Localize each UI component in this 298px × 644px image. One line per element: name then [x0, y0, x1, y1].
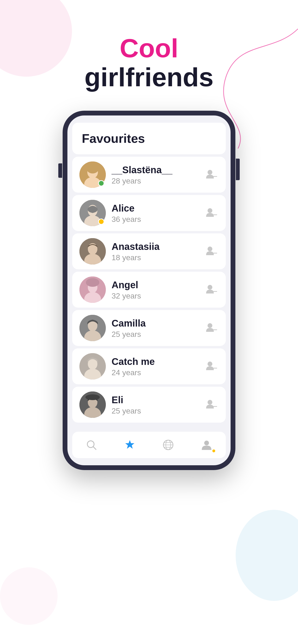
avatar-container	[79, 276, 106, 303]
svg-rect-26	[213, 330, 217, 330]
list-item[interactable]: Angel 32 years	[72, 272, 226, 308]
svg-rect-5	[213, 176, 217, 177]
user-age: 25 years	[112, 406, 198, 416]
remove-button[interactable]	[204, 206, 219, 220]
profile-icon	[201, 439, 213, 451]
avatar	[79, 392, 106, 418]
list-item[interactable]: Eli 25 years	[72, 387, 226, 422]
bottom-nav	[72, 432, 226, 458]
svg-point-25	[208, 323, 212, 328]
user-info: Eli 25 years	[112, 394, 198, 416]
svg-rect-10	[213, 214, 217, 215]
header-girlfriends-text: girlfriends	[0, 62, 298, 92]
avatar	[79, 238, 106, 264]
remove-button[interactable]	[204, 168, 219, 182]
user-age: 32 years	[112, 292, 198, 300]
globe-icon	[162, 439, 174, 451]
status-dot-online	[98, 180, 104, 186]
remove-button[interactable]	[204, 321, 219, 335]
user-name: Anastasiia	[112, 241, 198, 252]
blob-bottom-right	[236, 510, 298, 601]
blob-bottom-left	[0, 567, 58, 625]
avatar-container	[79, 238, 106, 264]
remove-button[interactable]	[204, 359, 219, 374]
svg-point-12	[88, 243, 97, 255]
nav-profile[interactable]	[197, 436, 216, 453]
svg-rect-15	[213, 253, 217, 254]
svg-line-39	[93, 446, 96, 450]
user-info: Alice 36 years	[112, 202, 198, 224]
avatar	[79, 315, 106, 341]
user-list: __Slastëna__ 28 years	[67, 157, 231, 429]
user-age: 36 years	[112, 215, 198, 224]
user-info: Camilla 25 years	[112, 318, 198, 339]
user-name: __Slastëna__	[112, 164, 198, 176]
svg-point-4	[208, 170, 212, 175]
user-name: Camilla	[112, 318, 198, 329]
user-info: __Slastëna__ 28 years	[112, 164, 198, 186]
svg-point-30	[208, 362, 212, 366]
avatar-container	[79, 162, 106, 188]
svg-point-20	[208, 285, 212, 290]
favourites-title: Favourites	[82, 131, 216, 146]
avatar-container	[79, 392, 106, 418]
list-item[interactable]: Catch me 24 years	[72, 348, 226, 384]
phone-screen: Favourites	[67, 116, 231, 465]
nav-favourites[interactable]	[120, 436, 139, 453]
user-info: Anastasiia 18 years	[112, 241, 198, 262]
nav-globe[interactable]	[159, 436, 178, 453]
svg-marker-40	[125, 440, 134, 449]
user-name: Angel	[112, 279, 198, 290]
svg-point-46	[204, 440, 209, 446]
user-name: Eli	[112, 394, 198, 406]
remove-button[interactable]	[204, 244, 219, 258]
svg-point-14	[208, 246, 212, 251]
avatar-container	[79, 353, 106, 380]
avatar	[79, 276, 106, 303]
svg-point-9	[208, 208, 212, 213]
status-dot-away	[98, 218, 104, 225]
user-age: 28 years	[112, 176, 198, 186]
svg-point-3	[87, 164, 99, 174]
svg-rect-37	[213, 406, 217, 407]
user-info: Catch me 24 years	[112, 356, 198, 377]
profile-online-dot	[212, 449, 216, 453]
svg-point-35	[85, 394, 100, 400]
remove-button[interactable]	[204, 398, 219, 412]
avatar-container	[79, 315, 106, 341]
list-item[interactable]: Alice 36 years	[72, 195, 226, 231]
header-cool-text: Cool	[0, 34, 298, 62]
svg-point-36	[208, 400, 212, 405]
nav-search[interactable]	[82, 436, 101, 453]
search-icon	[85, 439, 97, 451]
list-item[interactable]: Camilla 25 years	[72, 310, 226, 346]
phone-wrapper: Favourites	[0, 111, 298, 518]
svg-rect-21	[213, 291, 217, 292]
user-info: Angel 32 years	[112, 279, 198, 300]
avatar	[79, 353, 106, 380]
star-icon	[124, 439, 136, 451]
phone-frame: Favourites	[63, 111, 235, 470]
app-content: Favourites	[67, 116, 231, 465]
header-section: Cool girlfriends	[0, 0, 298, 111]
avatar-container	[79, 200, 106, 226]
list-item[interactable]: Anastasiia 18 years	[72, 233, 226, 269]
user-name: Alice	[112, 202, 198, 214]
user-age: 18 years	[112, 253, 198, 262]
remove-button[interactable]	[204, 282, 219, 297]
user-age: 25 years	[112, 330, 198, 339]
svg-point-19	[86, 278, 99, 287]
svg-rect-31	[213, 368, 217, 368]
favourites-header: Favourites	[72, 123, 226, 154]
list-item[interactable]: __Slastëna__ 28 years	[72, 157, 226, 192]
user-age: 24 years	[112, 368, 198, 377]
user-name: Catch me	[112, 356, 198, 367]
